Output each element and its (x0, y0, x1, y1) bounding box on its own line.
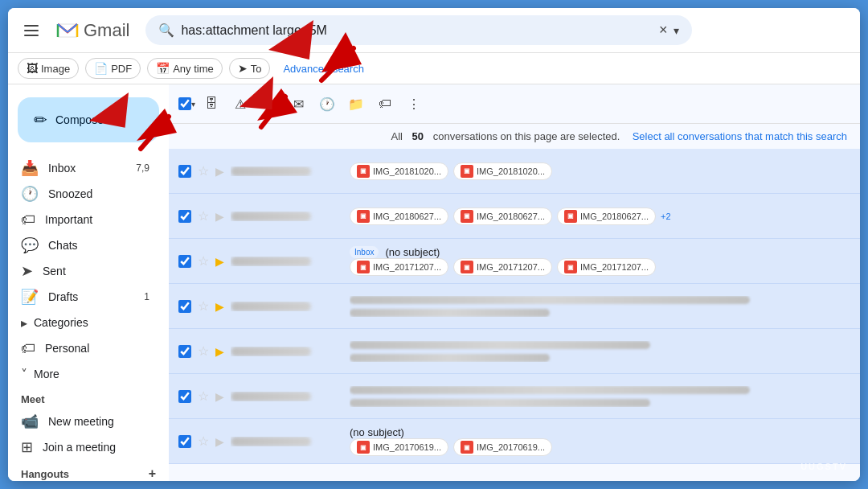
email-row[interactable]: ☆ ▶ ▣ IMG_20180627... ▣ IMG_20180627... (169, 194, 860, 239)
label-button[interactable]: 🏷 (372, 91, 398, 117)
sender-name (231, 302, 343, 311)
sidebar-item-inbox[interactable]: 📥 Inbox 7,9 (8, 155, 162, 181)
image-attachment-icon: ▣ (461, 165, 473, 178)
subject-area: Inbox (no subject) ▣ IMG_20171207... ▣ I… (350, 246, 850, 276)
attachment-name: IMG_20170619... (373, 442, 441, 452)
star-icon[interactable]: ☆ (198, 208, 209, 224)
important-marker[interactable]: ▶ (215, 345, 224, 358)
star-icon[interactable]: ☆ (198, 298, 209, 314)
join-meeting-label: Join a meeting (43, 441, 116, 454)
calendar-chip-icon: 📅 (156, 62, 170, 75)
filter-chip-image[interactable]: 🖼 Image (18, 58, 79, 79)
expand-icon: ▸ (21, 315, 27, 331)
more-actions-button[interactable]: ⋮ (401, 91, 427, 117)
row-checkbox[interactable] (178, 210, 191, 223)
delete-button[interactable]: 🗑 (256, 91, 282, 117)
email-row[interactable]: ☆ ▶ Inbox (no subject) ▣ IMG_20171207... (169, 239, 860, 284)
inbox-tag: Inbox (350, 246, 379, 258)
sidebar-more-expandable[interactable]: ˅ More (8, 361, 169, 387)
snoozed-icon: 🕐 (21, 185, 39, 203)
sidebar-item-sent[interactable]: ➤ Sent (8, 258, 162, 284)
attachment-name: IMG_20181020... (373, 166, 441, 176)
important-marker[interactable]: ▶ (215, 435, 224, 448)
subject-area (350, 296, 850, 317)
star-icon[interactable]: ☆ (198, 343, 209, 359)
sender-name (231, 392, 343, 401)
video-icon: 📹 (21, 413, 39, 430)
drafts-icon: 📝 (21, 288, 39, 306)
select-all-conversations-link[interactable]: Select all conversations that match this… (633, 130, 847, 142)
main-area: ✏ Compose 📥 Inbox 7,9 🕐 Snoozed 🏷 Import… (8, 84, 860, 481)
email-row[interactable]: ☆ ▶ (169, 284, 860, 329)
menu-icon[interactable] (18, 18, 45, 43)
personal-label: Personal (45, 342, 89, 355)
sidebar-item-drafts[interactable]: 📝 Drafts 1 (8, 284, 162, 310)
sidebar-item-join-meeting[interactable]: ⊞ Join a meeting (8, 434, 162, 460)
star-icon[interactable]: ☆ (198, 388, 209, 404)
select-all-chevron[interactable]: ▾ (191, 100, 195, 109)
advanced-search-link[interactable]: Advanced search (283, 63, 363, 75)
image-chip-icon: 🖼 (27, 62, 38, 75)
email-row[interactable]: ☆ ▶ (no subject) ▣ IMG_20170619... ▣ (169, 419, 860, 464)
personal-icon: 🏷 (21, 340, 35, 357)
selection-suffix: conversations on this page are selected. (433, 130, 620, 142)
attachment-chip: ▣ IMG_20170619... (453, 438, 552, 456)
sidebar-item-personal[interactable]: 🏷 Personal (8, 335, 162, 361)
mark-unread-button[interactable]: ✉ (285, 91, 311, 117)
email-row[interactable]: ☆ ▶ ▣ IMG_20181020... ▣ IMG_20181020... (169, 149, 860, 194)
sidebar-item-chats[interactable]: 💬 Chats (8, 232, 162, 258)
archive-button[interactable]: 🗄 (199, 91, 224, 117)
important-marker[interactable]: ▶ (215, 210, 224, 223)
app-title: Gmail (84, 20, 129, 41)
selection-count: 50 (412, 130, 424, 142)
star-icon[interactable]: ☆ (198, 163, 209, 179)
attachment-name: IMG_20180627... (580, 212, 649, 221)
inbox-icon: 📥 (21, 159, 39, 177)
extra-attachment-count: +2 (661, 212, 671, 221)
filter-chip-pdf[interactable]: 📄 PDF (85, 58, 141, 79)
sidebar-item-important[interactable]: 🏷 Important (8, 207, 162, 232)
snooze-button[interactable]: 🕐 (314, 91, 340, 117)
image-attachment-icon: ▣ (461, 261, 473, 273)
row-checkbox[interactable] (178, 435, 191, 448)
report-spam-button[interactable]: ⚠ (227, 91, 253, 117)
selection-bar: All 50 conversations on this page are se… (169, 124, 860, 149)
row-checkbox[interactable] (178, 390, 191, 403)
hangouts-add-icon[interactable]: + (149, 466, 156, 481)
sidebar-drafts-label: Drafts (48, 290, 78, 303)
snooze-icon: 🕐 (319, 97, 335, 112)
image-attachment-icon: ▣ (357, 261, 370, 273)
select-all-checkbox[interactable] (178, 97, 191, 110)
search-options-chevron[interactable]: ▾ (674, 24, 679, 37)
move-to-button[interactable]: 📁 (343, 91, 369, 117)
clear-search-button[interactable]: × (659, 22, 668, 39)
row-checkbox[interactable] (178, 165, 191, 178)
search-input[interactable] (181, 23, 652, 38)
search-bar[interactable]: 🔍 × ▾ (145, 15, 692, 45)
row-checkbox[interactable] (178, 345, 191, 358)
sidebar-categories-expandable[interactable]: ▸ Categories (8, 310, 169, 335)
attachments-row: ▣ IMG_20180627... ▣ IMG_20180627... ▣ IM… (350, 208, 850, 225)
email-row[interactable]: ☆ ▶ (169, 329, 860, 374)
filter-chip-anytime[interactable]: 📅 Any time (147, 58, 223, 79)
archive-icon: 🗄 (205, 97, 218, 111)
gmail-logo-icon (55, 18, 80, 43)
sidebar-item-new-meeting[interactable]: 📹 New meeting (8, 409, 162, 434)
row-checkbox[interactable] (178, 300, 191, 313)
star-icon[interactable]: ☆ (198, 253, 209, 269)
sender-name (231, 166, 343, 176)
select-all-checkbox-group[interactable]: ▾ (178, 97, 195, 110)
star-icon[interactable]: ☆ (198, 434, 209, 449)
email-row[interactable]: ☆ ▶ (169, 374, 860, 419)
categories-label: Categories (34, 316, 88, 329)
sidebar-item-snoozed[interactable]: 🕐 Snoozed (8, 181, 162, 207)
row-checkbox[interactable] (178, 255, 191, 268)
important-marker[interactable]: ▶ (215, 165, 224, 178)
subject-area (350, 386, 850, 407)
compose-button[interactable]: ✏ Compose (18, 97, 159, 142)
important-marker[interactable]: ▶ (215, 390, 224, 403)
important-marker[interactable]: ▶ (215, 300, 224, 313)
filter-chip-to[interactable]: ➤ To (229, 58, 271, 79)
important-marker[interactable]: ▶ (215, 255, 224, 268)
more-label: More (34, 368, 59, 380)
